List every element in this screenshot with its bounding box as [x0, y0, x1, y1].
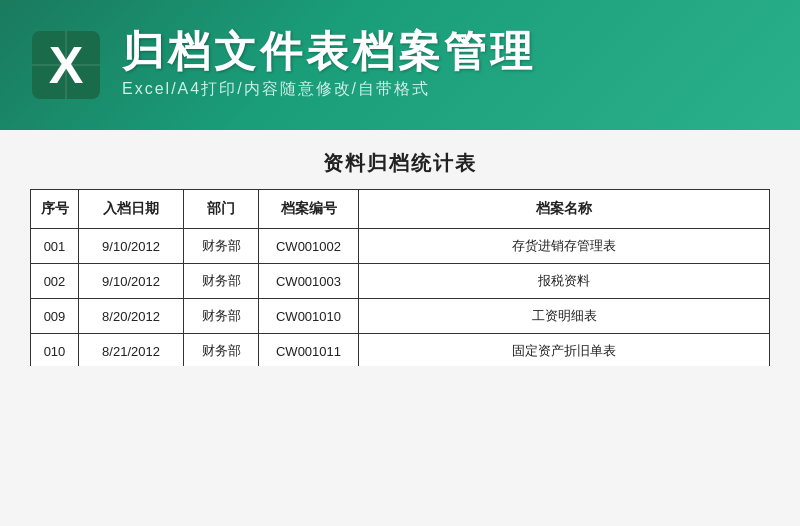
- cell-seq: 002: [31, 264, 79, 299]
- banner-subtitle: Excel/A4打印/内容随意修改/自带格式: [122, 79, 536, 100]
- data-table: 序号 入档日期 部门 档案编号 档案名称 001 9/10/2012 财务部 C…: [30, 189, 770, 366]
- header-name: 档案名称: [359, 190, 770, 229]
- cell-code: CW001002: [259, 229, 359, 264]
- banner: X 归档文件表档案管理 Excel/A4打印/内容随意修改/自带格式: [0, 0, 800, 130]
- table-row: 009 8/20/2012 财务部 CW001010 工资明细表: [31, 299, 770, 334]
- cell-dept: 财务部: [184, 264, 259, 299]
- cell-name: 工资明细表: [359, 299, 770, 334]
- cell-name: 存货进销存管理表: [359, 229, 770, 264]
- cell-code: CW001010: [259, 299, 359, 334]
- content-area: 资料归档统计表 序号 入档日期 部门 档案编号 档案名称 001 9/10/20…: [0, 130, 800, 526]
- table-header-row: 序号 入档日期 部门 档案编号 档案名称: [31, 190, 770, 229]
- cell-date: 8/21/2012: [79, 334, 184, 367]
- table-row-partial: 010 8/21/2012 财务部 CW001011 固定资产折旧单表: [31, 334, 770, 367]
- table-title: 资料归档统计表: [30, 150, 770, 177]
- banner-title: 归档文件表档案管理: [122, 31, 536, 73]
- table-row: 002 9/10/2012 财务部 CW001003 报税资料: [31, 264, 770, 299]
- cell-dept: 财务部: [184, 334, 259, 367]
- header-code: 档案编号: [259, 190, 359, 229]
- banner-text: 归档文件表档案管理 Excel/A4打印/内容随意修改/自带格式: [122, 31, 536, 100]
- cell-code: CW001011: [259, 334, 359, 367]
- excel-logo: X: [30, 29, 102, 101]
- cell-seq: 009: [31, 299, 79, 334]
- cell-seq: 010: [31, 334, 79, 367]
- cell-name: 固定资产折旧单表: [359, 334, 770, 367]
- cell-name: 报税资料: [359, 264, 770, 299]
- cell-seq: 001: [31, 229, 79, 264]
- table-row: 001 9/10/2012 财务部 CW001002 存货进销存管理表: [31, 229, 770, 264]
- cell-dept: 财务部: [184, 229, 259, 264]
- cell-date: 9/10/2012: [79, 229, 184, 264]
- cell-date: 9/10/2012: [79, 264, 184, 299]
- cell-code: CW001003: [259, 264, 359, 299]
- cell-dept: 财务部: [184, 299, 259, 334]
- header-seq: 序号: [31, 190, 79, 229]
- header-date: 入档日期: [79, 190, 184, 229]
- cell-date: 8/20/2012: [79, 299, 184, 334]
- header-dept: 部门: [184, 190, 259, 229]
